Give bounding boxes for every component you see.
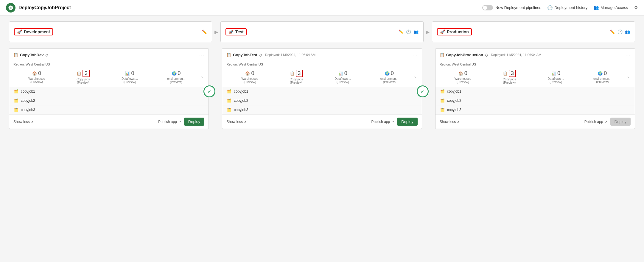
dev-card-menu[interactable]: ⋯: [199, 52, 204, 58]
test-metric-warehouses[interactable]: 🏠 0 Warehouses(Preview): [226, 70, 273, 84]
app-logo: [6, 3, 15, 13]
dataflow-icon-prod: 📊: [551, 71, 556, 76]
chevron-up-prod: ∧: [457, 120, 460, 124]
prod-card-icon: 📋: [440, 53, 444, 57]
prod-publish-app[interactable]: Publish app ↗: [584, 120, 607, 124]
prod-list-item-1: 🗂️ copyjob1: [435, 87, 635, 96]
dev-metric-warehouses[interactable]: 🏠 0 Warehouses(Preview): [13, 70, 60, 84]
test-deploy-button[interactable]: Deploy: [397, 118, 417, 126]
dev-metric-dataflows[interactable]: 📊 0 Dataflows ...(Preview): [106, 70, 153, 84]
test-env-label: environmen...(Preview): [380, 77, 399, 84]
warehouse-icon-test: 🏠: [245, 71, 250, 76]
dev-dataflows-label: Dataflows ...(Preview): [122, 77, 138, 84]
dev-warehouse-count: 0: [38, 70, 41, 77]
toggle-control[interactable]: [482, 5, 493, 10]
dev-warehouse-label: Warehouses(Preview): [28, 77, 45, 84]
external-link-icon-dev: ↗: [178, 120, 181, 124]
dev-region: Region: West Central US: [9, 61, 209, 67]
stage-icon-test: 🚀: [228, 29, 234, 34]
test-metric-dataflows[interactable]: 📊 0 Dataflows ...(Preview): [320, 70, 366, 84]
prod-show-less[interactable]: Show less ∧: [440, 120, 460, 124]
dev-metrics-arrow[interactable]: ›: [200, 75, 205, 79]
test-region: Region: West Central US: [222, 61, 421, 67]
settings-icon[interactable]: ⚙: [634, 5, 638, 10]
prod-metric-environments[interactable]: 🌍 0 environmen...(Preview): [579, 70, 626, 84]
prod-metric-warehouses[interactable]: 🏠 0 Warehouses(Preview): [440, 70, 486, 84]
dev-card-wrapper: 📋 CopyJobDev ◇ ⋯ Region: West Central US: [9, 48, 209, 129]
dev-card-header: 📋 CopyJobDev ◇ ⋯: [9, 49, 209, 61]
prod-list-icon-3: 🗂️: [440, 108, 445, 112]
history-icon: 🕐: [547, 5, 553, 10]
test-list-icon-3: 🗂️: [227, 108, 231, 112]
deployment-history-btn[interactable]: 🕐 Deployment history: [547, 5, 587, 10]
new-deployment-toggle[interactable]: New Deployment pipelines: [482, 5, 541, 10]
dev-publish-app[interactable]: Publish app ↗: [158, 120, 181, 124]
test-metric-copyjobs[interactable]: 📋 3 Copy jobs(Preview): [273, 70, 320, 84]
test-stage-label: 🚀 Test: [225, 28, 247, 35]
copyjob-icon-dev: 📋: [77, 71, 81, 76]
dev-metric-copyjobs[interactable]: 📋 3 Copy jobs(Preview): [60, 70, 106, 84]
history-prod-icon[interactable]: 🕐: [617, 29, 623, 34]
stage-header-test: 🚀 Test ✏️ 🕐 👥: [220, 21, 424, 42]
prod-list-icon-2: 🗂️: [440, 99, 445, 103]
dev-copyjobs-count: 3: [83, 70, 90, 77]
test-list-icon-1: 🗂️: [227, 89, 231, 93]
dev-show-less[interactable]: Show less ∧: [13, 120, 34, 124]
prod-metric-dataflows[interactable]: 📊 0 Dataflows ...(Preview): [533, 70, 579, 84]
manage-access-btn[interactable]: 👥 Manage Access: [593, 5, 628, 10]
development-stage-actions: ✏️: [202, 29, 207, 34]
env-icon-dev: 🌍: [172, 71, 177, 76]
test-card-wrapper: 📋 CopyJobTest ◇ Deployed: 11/5/2024, 11:…: [222, 48, 422, 129]
external-link-icon-prod: ↗: [604, 120, 607, 124]
dev-deploy-button[interactable]: Deploy: [184, 118, 204, 126]
development-stage-label: 🚀 Development: [14, 28, 53, 35]
cards-row: 📋 CopyJobDev ◇ ⋯ Region: West Central US: [9, 48, 635, 129]
prod-metrics-arrow[interactable]: ›: [626, 75, 631, 79]
dev-metric-environments[interactable]: 🌍 0 environmen...(Preview): [153, 70, 200, 84]
test-metrics: 🏠 0 Warehouses(Preview) 📋 3 Copy jobs(Pr…: [222, 67, 421, 87]
dev-list-item-2: 🗂️ copyjob2: [9, 96, 209, 105]
dev-card-name: CopyJobDev: [20, 53, 43, 57]
warehouse-icon-prod: 🏠: [458, 71, 463, 76]
test-dataflows-label: Dataflows ...(Preview): [335, 77, 351, 84]
test-metrics-arrow[interactable]: ›: [413, 75, 418, 79]
production-stage-actions: ✏️ 🕐 👥: [610, 29, 630, 34]
test-card-name: CopyJobTest: [233, 53, 257, 57]
test-items-list: 🗂️ copyjob1 🗂️ copyjob2 🗂️ copyjob3: [222, 87, 421, 114]
prod-card-menu[interactable]: ⋯: [625, 52, 631, 58]
prod-card-header: 📋 CopyJobProduction ◇ Deployed: 11/5/202…: [435, 49, 635, 61]
dev-metrics: 🏠 0 Warehouses(Preview) 📋 3 Copy jobs(: [9, 67, 209, 87]
test-metric-environments[interactable]: 🌍 0 environmen...(Preview): [366, 70, 413, 84]
prod-card-wrapper: 📋 CopyJobProduction ◇ Deployed: 11/5/202…: [435, 48, 635, 129]
prod-diamond-icon: ◇: [485, 53, 488, 57]
test-publish-app[interactable]: Publish app ↗: [371, 120, 394, 124]
edit-test-icon[interactable]: ✏️: [399, 29, 404, 34]
prod-list-item-2: 🗂️ copyjob2: [435, 96, 635, 105]
copyjob-icon-prod: 📋: [503, 71, 508, 76]
stage-header-production: 🚀 Production ✏️ 🕐 👥: [432, 21, 635, 42]
prod-region: Region: West Central US: [435, 61, 635, 67]
top-bar-left: DeployCopyJobProject: [6, 3, 71, 13]
dev-card-icon: 📋: [13, 53, 18, 57]
dev-items-list: 🗂️ copyjob1 🗂️ copyjob2 🗂️ copyjob3: [9, 87, 209, 114]
warehouse-icon-dev: 🏠: [32, 71, 37, 76]
test-card-footer: Show less ∧ Publish app ↗ Deploy: [222, 114, 421, 129]
edit-prod-icon[interactable]: ✏️: [610, 29, 615, 34]
users-prod-icon[interactable]: 👥: [625, 29, 630, 34]
prod-deploy-button[interactable]: Deploy: [610, 118, 631, 126]
dev-dataflows-count: 0: [131, 70, 134, 77]
test-show-less[interactable]: Show less ∧: [226, 120, 247, 124]
prod-metrics: 🏠 0 Warehouses(Preview) 📋 3 Copy jobs(Pr…: [435, 67, 635, 87]
prod-dataflows-label: Dataflows ...(Preview): [548, 77, 564, 84]
prod-metric-copyjobs[interactable]: 📋 3 Copy jobs(Preview): [486, 70, 533, 84]
list-icon-3: 🗂️: [14, 108, 18, 112]
chevron-up-test: ∧: [244, 120, 247, 124]
users-test-icon[interactable]: 👥: [413, 29, 419, 34]
prod-copyjobs-label: Copy jobs(Preview): [503, 78, 516, 84]
dataflow-icon-dev: 📊: [125, 71, 130, 76]
test-card-menu[interactable]: ⋯: [412, 52, 418, 58]
edit-dev-icon[interactable]: ✏️: [202, 29, 207, 34]
dev-deploy-card: 📋 CopyJobDev ◇ ⋯ Region: West Central US: [9, 48, 209, 129]
history-test-icon[interactable]: 🕐: [406, 29, 411, 34]
prod-card-name: CopyJobProduction: [446, 53, 483, 57]
